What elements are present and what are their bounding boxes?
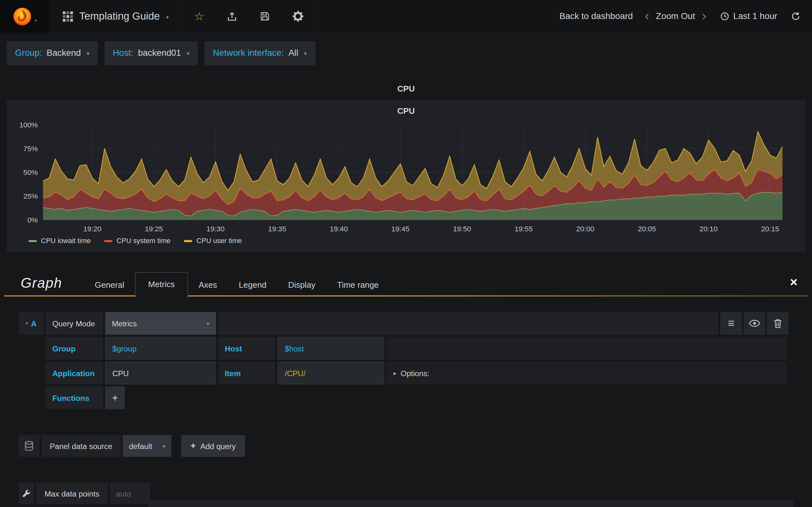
star-icon[interactable]: ☆: [183, 0, 216, 33]
time-range-label: Last 1 hour: [733, 11, 777, 21]
svg-text:19:20: 19:20: [83, 225, 101, 233]
svg-text:19:35: 19:35: [268, 225, 286, 233]
chevron-down-icon: ▾: [206, 320, 209, 326]
variable-value: All: [289, 48, 299, 59]
variable-label: Host:: [113, 48, 133, 59]
plus-icon: +: [191, 441, 196, 451]
database-icon: [24, 441, 34, 451]
refresh-icon[interactable]: [780, 11, 806, 21]
svg-text:50%: 50%: [23, 168, 38, 176]
share-icon[interactable]: [216, 0, 249, 33]
variable-label: Network interface:: [213, 48, 284, 59]
tab-time-range[interactable]: Time range: [326, 274, 390, 297]
legend-label: CPU system time: [116, 237, 170, 245]
legend-item[interactable]: CPU system time: [104, 237, 170, 245]
datasource-icon-cell: [19, 435, 39, 457]
max-data-points-input[interactable]: [110, 483, 150, 504]
editor-tabs: GeneralMetricsAxesLegendDisplayTime rang…: [84, 272, 390, 297]
query-menu-button[interactable]: ≡: [720, 312, 742, 335]
legend-item[interactable]: CPU iowait time: [29, 237, 91, 245]
datasource-value: default: [129, 441, 152, 450]
options-toggle[interactable]: Options:: [401, 369, 429, 377]
chevron-right-icon: ▸: [394, 370, 397, 377]
time-range-picker[interactable]: Last 1 hour: [711, 11, 780, 21]
tab-axes[interactable]: Axes: [188, 274, 228, 297]
query-collapse-toggle[interactable]: ▾ A: [19, 312, 44, 335]
chevron-down-icon: ▾: [87, 50, 90, 57]
variable-dropdown-host[interactable]: Host:backend01▾: [104, 42, 198, 65]
variable-dropdown-network-interface[interactable]: Network interface:All▾: [205, 42, 315, 65]
query-row-application-item: Application CPU Item /CPU/ ▸ Options:: [46, 361, 789, 384]
chevron-down-icon: ▾: [166, 14, 169, 20]
legend-item[interactable]: CPU user time: [184, 237, 242, 245]
query-toggle-visibility-button[interactable]: [744, 312, 765, 335]
host-value-input[interactable]: $host: [277, 337, 384, 360]
query-row-functions: Functions +: [46, 387, 789, 409]
chevron-down-icon: ▾: [304, 50, 307, 57]
query-row-a: ▾ A Query Mode Metrics ▾ ≡: [19, 312, 789, 335]
svg-text:20:05: 20:05: [638, 225, 656, 233]
query-mode-value: Metrics: [112, 319, 137, 328]
dashboard-actions: ☆: [183, 0, 316, 33]
add-query-label: Add query: [200, 441, 236, 450]
grafana-app: ▾ Templating Guide ▾ ☆: [0, 0, 812, 507]
legend-swatch: [29, 240, 37, 242]
legend-swatch: [104, 240, 112, 242]
query-mode-label: Query Mode: [46, 312, 103, 335]
menu-icon: ≡: [728, 318, 734, 329]
variable-dropdown-group[interactable]: Group:Backend▾: [7, 42, 98, 65]
zoom-out-button[interactable]: Zoom Out: [654, 11, 697, 21]
trash-icon: [774, 319, 782, 328]
group-value-input[interactable]: $group: [105, 337, 216, 360]
panel-type-title: Graph: [20, 275, 62, 291]
max-data-points-label: Max data points: [36, 483, 107, 504]
chart-legend: CPU iowait timeCPU system timeCPU user t…: [7, 235, 805, 250]
variable-value: backend01: [138, 48, 181, 59]
dashboard-title-button[interactable]: Templating Guide ▾: [49, 0, 183, 33]
top-navbar: ▾ Templating Guide ▾ ☆: [0, 0, 812, 33]
item-value-input[interactable]: /CPU/: [277, 361, 384, 384]
chevron-right-icon[interactable]: ›: [697, 9, 711, 22]
svg-text:20:10: 20:10: [699, 225, 717, 233]
partially-visible-row: [148, 500, 793, 507]
chevron-left-icon[interactable]: ‹: [640, 9, 654, 22]
svg-text:19:40: 19:40: [329, 225, 348, 233]
add-query-button[interactable]: + Add query: [181, 435, 245, 457]
gear-icon[interactable]: [281, 0, 315, 33]
svg-text:19:55: 19:55: [514, 225, 532, 233]
application-key-label: Application: [46, 361, 103, 384]
query-row-filler: [386, 337, 786, 360]
tab-general[interactable]: General: [84, 274, 136, 297]
back-to-dashboard-link[interactable]: Back to dashboard: [552, 11, 640, 21]
cpu-chart-svg[interactable]: 0%25%50%75%100%19:2019:2519:3019:3519:40…: [11, 118, 801, 235]
navbar-right: Back to dashboard ‹ Zoom Out › Last 1 ho…: [552, 0, 812, 33]
group-key-label: Group: [46, 337, 103, 360]
grafana-menu-button[interactable]: ▾: [0, 0, 49, 33]
add-function-button[interactable]: +: [105, 387, 125, 409]
query-delete-button[interactable]: [767, 312, 789, 335]
svg-text:20:15: 20:15: [761, 225, 779, 233]
panel-datasource-label: Panel data source: [42, 435, 121, 457]
dashboard-grid-icon: [63, 11, 73, 21]
tab-legend[interactable]: Legend: [228, 274, 277, 297]
legend-swatch: [184, 240, 192, 242]
tab-metrics[interactable]: Metrics: [135, 272, 188, 297]
svg-text:25%: 25%: [23, 192, 38, 200]
grafana-logo: [12, 6, 32, 26]
query-mode-select[interactable]: Metrics ▾: [105, 312, 216, 335]
save-icon[interactable]: [249, 0, 281, 33]
query-buttons: ≡: [720, 312, 789, 335]
query-row-filler: [218, 312, 718, 335]
graph-title: CPU: [7, 100, 805, 118]
svg-text:19:30: 19:30: [206, 225, 224, 233]
tab-display[interactable]: Display: [277, 274, 326, 297]
query-row-group-host: Group $group Host $host: [46, 337, 789, 360]
close-icon[interactable]: ×: [790, 276, 798, 289]
svg-text:19:25: 19:25: [145, 225, 163, 233]
svg-text:0%: 0%: [27, 216, 38, 224]
chevron-down-icon: ▾: [26, 321, 28, 326]
datasource-select[interactable]: default ▾: [123, 435, 171, 457]
application-value-input[interactable]: CPU: [105, 361, 216, 384]
panel-title[interactable]: CPU: [0, 74, 812, 100]
dashboard-title: Templating Guide: [79, 10, 160, 22]
